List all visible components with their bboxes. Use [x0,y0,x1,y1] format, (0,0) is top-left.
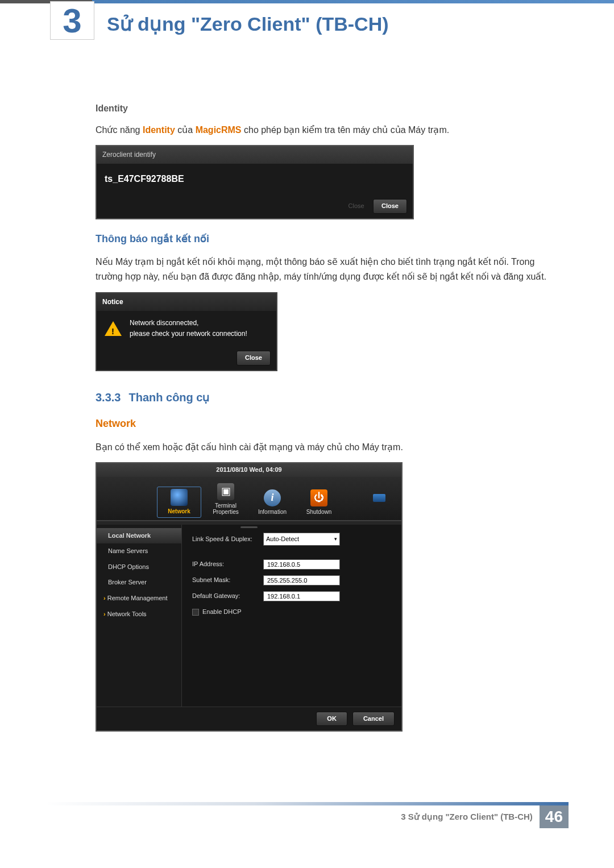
identity-paragraph: Chức năng Identity của MagicRMS cho phép… [96,123,563,138]
identity-dialog-title: Zeroclient identify [97,146,413,164]
notice-dialog-body: Network disconnected, please check your … [97,311,276,346]
row-default-gateway: Default Gateway: [192,591,391,601]
toolbar-shutdown[interactable]: ⏻ Shutdown [297,488,341,518]
notice-line2: please check your network connection! [130,329,247,339]
page-content: Identity Chức năng Identity của MagicRMS… [0,40,614,768]
chapter-title: Sử dụng "Zero Client" (TB-CH) [107,13,389,35]
ok-button[interactable]: OK [316,712,347,726]
network-dialog-footer: OK Cancel [97,707,401,731]
dhcp-checkbox[interactable] [192,609,199,616]
chapter-number: 3 [63,1,81,40]
text: cho phép bạn kiểm tra tên máy chủ của Má… [242,125,450,135]
gateway-label: Default Gateway: [192,591,263,601]
sidebar-item-name-servers[interactable]: Name Servers [97,543,181,559]
ip-input[interactable] [263,559,340,570]
section-title: Thanh công cụ [128,391,210,404]
close-button[interactable]: Close [373,199,407,214]
toolbar-shutdown-label: Shutdown [306,509,331,515]
section-heading: 3.3.3Thanh công cụ [96,388,563,406]
network-toolbar: Network ▣ Terminal Properties i Informat… [97,477,401,521]
toolbar-terminal-label: Terminal Properties [205,502,247,515]
toolbar-network-label: Network [168,508,190,514]
text: của [175,125,196,135]
identity-dialog: Zeroclient identify ts_E47CF92788BE Clos… [96,145,414,219]
terminal-icon: ▣ [217,483,234,500]
text: Chức năng [96,125,143,135]
info-icon: i [264,489,281,506]
warning-icon [105,321,122,336]
notice-message: Network disconnected, please check your … [130,318,247,339]
close-button[interactable]: Close [237,351,271,366]
identity-bold: Identity [143,125,175,135]
row-ip-address: IP Address: [192,559,391,570]
row-enable-dhcp: Enable DHCP [192,607,391,617]
identity-heading: Identity [96,101,563,116]
cancel-button[interactable]: Cancel [352,712,395,726]
gateway-input[interactable] [263,591,340,601]
disconnect-paragraph: Nếu Máy trạm bị ngắt kết nối khỏi mạng, … [96,255,563,284]
subnet-label: Subnet Mask: [192,575,263,585]
ip-label: IP Address: [192,559,263,570]
sidebar-item-network-tools[interactable]: Network Tools [97,607,181,622]
notice-dialog-title: Notice [97,293,276,311]
toolbar-information[interactable]: i Information [250,488,294,518]
page-number: 46 [540,805,569,828]
chevron-down-icon: ▾ [334,535,337,543]
toolbar-terminal[interactable]: ▣ Terminal Properties [204,481,248,518]
close-ghost-button[interactable]: Close [349,202,364,209]
drag-handle[interactable] [97,521,401,525]
power-icon: ⏻ [310,489,327,506]
identity-dialog-footer: Close Close [97,194,413,218]
link-speed-label: Link Speed & Duplex: [192,534,263,545]
page-footer: 3 Sử dụng "Zero Client" (TB-CH) 46 [0,802,614,830]
notice-dialog-footer: Close [97,346,276,370]
notice-line1: Network disconnected, [130,318,247,329]
keyboard-icon[interactable] [373,494,385,502]
network-paragraph: Bạn có thể xem hoặc đặt cấu hình cài đặt… [96,440,563,455]
section-number: 3.3.3 [96,391,121,404]
toolbar-information-label: Information [258,509,287,515]
toolbar-network[interactable]: Network [157,487,201,518]
disconnect-heading: Thông báo ngắt kết nối [96,231,563,247]
link-speed-select[interactable]: Auto-Detect ▾ [263,533,340,546]
network-main: Local Network Name Servers DHCP Options … [97,525,401,707]
sidebar-item-broker-server[interactable]: Broker Server [97,575,181,591]
network-dialog: 2011/08/10 Wed, 04:09 Network ▣ Terminal… [96,462,403,732]
timestamp-bar: 2011/08/10 Wed, 04:09 [97,463,401,477]
identity-dialog-host: ts_E47CF92788BE [97,164,413,194]
chapter-number-box: 3 [50,1,94,40]
magicrms-bold: MagicRMS [196,125,242,135]
network-form: Link Speed & Duplex: Auto-Detect ▾ IP Ad… [182,525,401,707]
sidebar-item-remote-management[interactable]: Remote Management [97,591,181,607]
sidebar-item-local-network[interactable]: Local Network [97,528,181,544]
row-link-speed: Link Speed & Duplex: Auto-Detect ▾ [192,533,391,546]
globe-icon [171,489,188,506]
notice-dialog: Notice Network disconnected, please chec… [96,292,277,371]
sidebar-item-dhcp-options[interactable]: DHCP Options [97,559,181,575]
network-sidebar: Local Network Name Servers DHCP Options … [97,525,182,707]
footer-row: 3 Sử dụng "Zero Client" (TB-CH) 46 [45,805,569,828]
network-heading: Network [96,416,563,432]
chapter-header: 3 Sử dụng "Zero Client" (TB-CH) [0,3,614,40]
link-speed-value: Auto-Detect [266,534,299,545]
footer-text: 3 Sử dụng "Zero Client" (TB-CH) [401,812,533,822]
row-subnet-mask: Subnet Mask: [192,575,391,585]
dhcp-label: Enable DHCP [202,607,241,617]
subnet-input[interactable] [263,575,340,585]
